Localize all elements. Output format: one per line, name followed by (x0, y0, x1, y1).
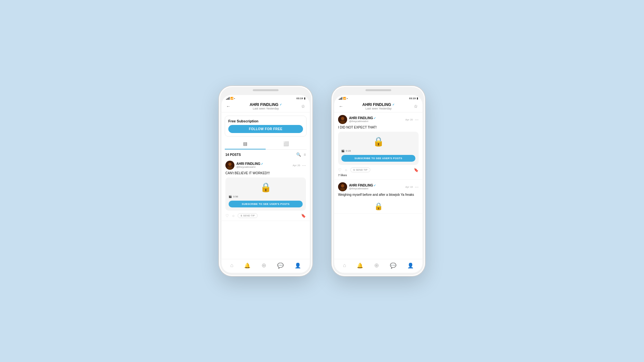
post-item-2b: AHRI FINDLING ✓ @theycallmeahri Apr 16 ·… (334, 180, 422, 214)
nav-bell-2[interactable]: 🔔 (357, 262, 363, 269)
post-meta-2b: AHRI FINDLING ✓ @theycallmeahri (349, 184, 403, 190)
dollar-icon-1: $ (241, 214, 242, 217)
post-verified-2b: ✓ (374, 184, 376, 187)
header-name-1: AHRI FINDLING ✓ (231, 102, 301, 107)
post-header-2b: AHRI FINDLING ✓ @theycallmeahri Apr 16 ·… (338, 182, 419, 191)
follow-button[interactable]: FOLLOW FOR FREE (228, 125, 303, 133)
phone-1: 📶 • 03:19 ▮ ← AHRI FINDLING ✓ Last seen … (219, 86, 312, 276)
post-username-2a: @theycallmeahri (349, 120, 403, 123)
post-item-2a: AHRI FINDLING ✓ @theycallmeahri Apr 20 ·… (334, 112, 422, 180)
videos-tab-icon: ⬜ (283, 141, 289, 146)
video-duration-2a: 🎬 0:15 (341, 149, 351, 152)
wifi-icon: 📶 (230, 97, 233, 100)
post-verified-1: ✓ (261, 162, 263, 166)
send-tip-label-2a: SEND TIP (356, 168, 368, 171)
tab-posts[interactable]: ▤ (225, 138, 266, 149)
header-2: ← AHRI FINDLING ✓ Last seen Yesterday ☆ (334, 100, 422, 112)
locked-icon-2b: 🔒 (338, 199, 419, 212)
post-date-2b: Apr 16 (405, 186, 413, 188)
nav-home-2[interactable]: ⌂ (343, 262, 346, 268)
post-header-2a: AHRI FINDLING ✓ @theycallmeahri Apr 20 ·… (338, 115, 419, 124)
bookmark-icon-2a[interactable]: 🔖 (414, 168, 419, 172)
bottom-nav-2: ⌂ 🔔 ⊕ 💬 👤 (334, 259, 422, 273)
nav-chat-2[interactable]: 💬 (390, 262, 396, 269)
time-display-2: 03:19 (409, 97, 416, 100)
subscribe-button-2a[interactable]: SUBSCRIBE TO SEE USER'S POSTS (341, 155, 415, 162)
search-icon[interactable]: 🔍 (296, 152, 301, 157)
nav-profile-1[interactable]: 👤 (295, 262, 301, 269)
nav-home-1[interactable]: ⌂ (230, 262, 233, 268)
posts-tab-icon: ▤ (243, 141, 247, 146)
phone-notch-2 (365, 89, 391, 91)
status-left-2: 📶 • (339, 97, 348, 100)
bluetooth-icon-2: • (347, 97, 348, 100)
back-button-2[interactable]: ← (339, 104, 343, 109)
tab-videos[interactable]: ⬜ (266, 138, 307, 149)
time-display-1: 03:19 (297, 97, 303, 100)
header-center-1: AHRI FINDLING ✓ Last seen Yesterday (231, 102, 301, 110)
header-center-2: AHRI FINDLING ✓ Last seen Yesterday (343, 102, 414, 110)
post-verified-2a: ✓ (374, 117, 376, 120)
post-author-2a: AHRI FINDLING ✓ (349, 116, 403, 120)
locked-content-2a: 🔒 🎬 0:15 SUBSCRIBE TO SEE USER'S POSTS (338, 132, 419, 165)
post-date-1: Apr 26 (293, 164, 300, 167)
nav-plus-1[interactable]: ⊕ (261, 262, 266, 269)
back-button-1[interactable]: ← (226, 104, 231, 109)
video-icon-2a: 🎬 (341, 149, 345, 152)
bluetooth-icon: • (234, 97, 235, 100)
comment-icon-1[interactable]: ○ (232, 214, 234, 218)
svg-point-7 (341, 184, 344, 187)
svg-point-5 (340, 120, 345, 124)
video-duration-1: 🎬 0:56 (229, 195, 238, 198)
likes-count-2a: 7 likes (338, 174, 419, 178)
status-right-2: 03:19 ▮ (409, 97, 418, 100)
post-author-2b: AHRI FINDLING ✓ (349, 184, 403, 187)
post-more-2b[interactable]: ··· (415, 184, 419, 189)
posts-header: 14 POSTS 🔍 ≡ (222, 150, 310, 158)
like-icon-1[interactable]: ♡ (225, 214, 229, 218)
like-icon-2a[interactable]: ♡ (338, 168, 342, 172)
status-left-1: 📶 • (226, 97, 235, 100)
send-tip-button-2a[interactable]: $ SEND TIP (350, 167, 370, 172)
post-header-1: AHRI FINDLING ✓ @theycallmeahri Apr 26 ·… (225, 161, 306, 170)
phone-2: 📶 • 03:19 ▮ ← AHRI FINDLING ✓ Last seen … (332, 86, 425, 276)
avatar-2b (338, 182, 347, 191)
status-bar-2: 📶 • 03:19 ▮ (334, 95, 422, 100)
post-actions-2a: ♡ ○ $ SEND TIP 🔖 (338, 167, 419, 174)
svg-point-1 (228, 163, 232, 166)
subscription-title: Free Subscription (228, 119, 303, 123)
verified-badge-2: ✓ (392, 103, 395, 106)
post-more-2a[interactable]: ··· (415, 117, 419, 122)
battery-icon-1: ▮ (304, 97, 305, 100)
battery-icon-2: ▮ (417, 97, 418, 100)
bottom-nav-1: ⌂ 🔔 ⊕ 💬 👤 (222, 259, 310, 273)
bookmark-icon-1[interactable]: 🔖 (301, 214, 306, 218)
filter-icon[interactable]: ≡ (304, 152, 306, 157)
screen-content-2: AHRI FINDLING ✓ @theycallmeahri Apr 20 ·… (334, 112, 422, 259)
comment-icon-2a[interactable]: ○ (345, 168, 347, 172)
nav-chat-1[interactable]: 💬 (277, 262, 284, 269)
post-text-1: CAN't BELIEVE IT WORKED!!! (225, 171, 306, 176)
nav-plus-2[interactable]: ⊕ (374, 262, 379, 269)
post-author-1: AHRI FINDLING ✓ (236, 162, 291, 166)
status-right-1: 03:19 ▮ (297, 97, 305, 100)
svg-point-2 (227, 166, 232, 169)
star-button-2[interactable]: ☆ (414, 104, 418, 109)
locked-content-1: 🔒 🎬 0:56 SUBSCRIBE TO SEE USER'S POSTS (225, 177, 306, 211)
avatar-2a (338, 115, 347, 124)
lock-icon-1: 🔒 (260, 182, 271, 193)
post-item-1: AHRI FINDLING ✓ @theycallmeahri Apr 26 ·… (222, 158, 310, 221)
post-more-1[interactable]: ··· (302, 163, 306, 168)
nav-profile-2[interactable]: 👤 (407, 262, 414, 269)
post-text-2b: Weighing myself before and after a blowj… (338, 193, 419, 197)
svg-point-8 (340, 188, 345, 191)
post-text-2a: I DID NOT EXPECT THAT! (338, 125, 419, 130)
send-tip-button-1[interactable]: $ SEND TIP (238, 213, 258, 218)
subscribe-button-1[interactable]: SUBSCRIBE TO SEE USER'S POSTS (229, 201, 303, 207)
status-bar-1: 📶 • 03:19 ▮ (222, 95, 310, 100)
header-1: ← AHRI FINDLING ✓ Last seen Yesterday ☆ (222, 100, 310, 112)
subscription-card: Free Subscription FOLLOW FOR FREE (225, 116, 307, 137)
star-button-1[interactable]: ☆ (301, 104, 305, 109)
wifi-icon-2: 📶 (343, 97, 346, 100)
nav-bell-1[interactable]: 🔔 (244, 262, 251, 269)
